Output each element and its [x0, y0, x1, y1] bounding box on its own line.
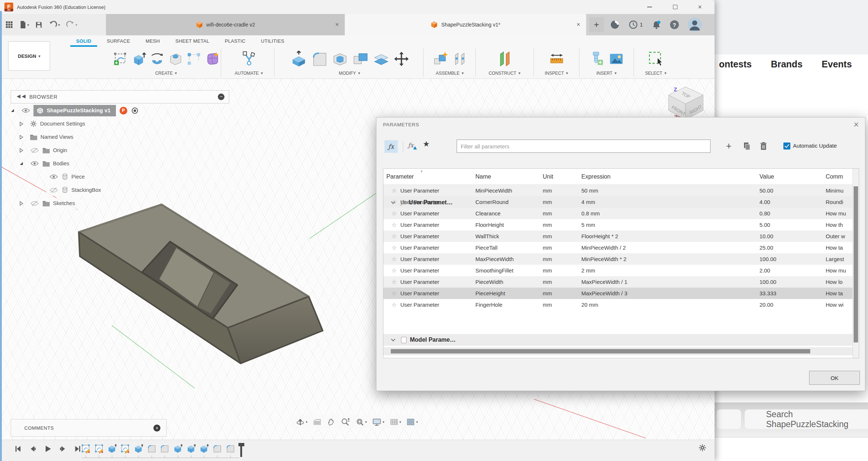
ribbon-tab-plastic[interactable]: PLASTIC: [224, 36, 246, 46]
stacking-box-body[interactable]: [55, 184, 334, 390]
extensions-icon[interactable]: [610, 20, 620, 29]
press-pull-icon[interactable]: [290, 50, 308, 68]
favorite-star-icon[interactable]: ☆: [392, 265, 397, 276]
document-tab[interactable]: ShapePuzzleStacking v1*×: [345, 14, 586, 35]
cell-expression[interactable]: MinPieceWidth / 2: [581, 242, 758, 253]
visibility-eye-off-icon[interactable]: [30, 201, 39, 206]
skip-to-start-icon[interactable]: [14, 445, 22, 453]
bg-nav-item[interactable]: Events: [822, 59, 852, 70]
cell-comment[interactable]: How ta: [826, 288, 853, 299]
browser-item-document-settings[interactable]: Document Settings: [19, 118, 91, 130]
browser-item-stackingbox[interactable]: StackingBox: [38, 184, 106, 196]
browser-collapse-icon[interactable]: ◄◄: [15, 93, 26, 100]
favorite-star-icon[interactable]: ☆: [392, 242, 397, 253]
new-component-icon[interactable]: [432, 50, 449, 67]
skip-to-end-icon[interactable]: [74, 445, 82, 453]
favorite-star-icon[interactable]: ☆: [392, 185, 397, 196]
canvas-icon[interactable]: [608, 50, 625, 67]
favorite-star-icon[interactable]: ☆: [392, 299, 397, 310]
pan-hand-icon[interactable]: [327, 418, 336, 426]
parameter-row-CornerRound[interactable]: ☆ User Parameter CornerRound mm 4 mm 4.0…: [383, 196, 853, 208]
add-parameter-icon[interactable]: +: [726, 140, 731, 152]
timeline-feature-extrude-icon[interactable]: [199, 444, 209, 453]
cell-comment[interactable]: How mu: [826, 208, 853, 219]
display-settings-icon[interactable]: ▾: [372, 418, 385, 426]
group-dropdown-label[interactable]: SELECT▼: [645, 71, 667, 76]
root-component-chip[interactable]: ShapePuzzleStacking v1: [33, 105, 116, 116]
parameter-row-MinPieceWidth[interactable]: ☆ User Parameter MinPieceWidth mm 50 mm …: [383, 185, 853, 196]
parameter-row-Clearance[interactable]: ☆ User Parameter Clearance mm 0.8 mm 0.8…: [383, 208, 853, 219]
joint-icon[interactable]: [452, 50, 468, 67]
browser-item-named-views[interactable]: Named Views: [19, 131, 78, 143]
job-status-icon[interactable]: 1: [628, 20, 643, 29]
user-parameter-add-icon[interactable]: ƒx: [408, 142, 414, 149]
parameter-row-MaxPieceWidth[interactable]: ☆ User Parameter MaxPieceWidth mm MinPie…: [383, 253, 853, 265]
move-icon[interactable]: [393, 50, 410, 67]
activate-component-radio[interactable]: [132, 108, 138, 114]
cell-comment[interactable]: How wi: [826, 299, 853, 310]
parameters-table-header[interactable]: ∨ Parameter Name Unit Expression Value C…: [383, 169, 853, 185]
zoom-icon[interactable]: [341, 418, 350, 426]
cell-comment[interactable]: Roundi: [826, 196, 853, 208]
fit-icon[interactable]: ▾: [355, 418, 367, 426]
cell-expression[interactable]: 0.8 mm: [581, 208, 758, 219]
sketch-icon[interactable]: [113, 51, 128, 67]
group-dropdown-label[interactable]: MODIFY▼: [339, 71, 361, 76]
visibility-eye-on-icon[interactable]: [30, 161, 39, 166]
automate-icon[interactable]: [241, 50, 258, 67]
collapsed-arrow-icon[interactable]: [19, 135, 24, 140]
browser-minimize-icon[interactable]: −: [218, 94, 224, 100]
horizontal-scrollbar[interactable]: [383, 347, 853, 355]
look-at-icon[interactable]: [313, 418, 322, 426]
copy-parameter-icon[interactable]: [743, 142, 751, 151]
visibility-eye-off-icon[interactable]: [30, 148, 39, 153]
browser-item-origin[interactable]: Origin: [19, 144, 72, 156]
parameter-row-FloorHeight[interactable]: ☆ User Parameter FloorHeight mm 5 mm 5.0…: [383, 219, 853, 230]
cell-expression[interactable]: MinPieceWidth * 2: [581, 253, 758, 265]
browser-item-bodies[interactable]: Bodies: [19, 158, 74, 169]
select-icon[interactable]: [647, 50, 665, 68]
expand-arrow-icon[interactable]: [10, 108, 15, 113]
combine-icon[interactable]: [352, 50, 369, 68]
ok-button[interactable]: OK: [809, 371, 860, 385]
timeline-feature-fillet-icon[interactable]: [212, 444, 222, 453]
notifications-bell-icon[interactable]: [652, 20, 661, 29]
bg-nav-item[interactable]: ontests: [719, 59, 752, 70]
ribbon-tab-mesh[interactable]: MESH: [145, 36, 161, 46]
add-comment-icon[interactable]: +: [153, 425, 160, 432]
cell-expression[interactable]: 5 mm: [581, 219, 758, 230]
cell-comment[interactable]: Minimu: [826, 185, 853, 196]
app-grid-icon[interactable]: [5, 21, 13, 29]
browser-item-sketches[interactable]: Sketches: [19, 197, 80, 209]
tab-close-icon[interactable]: ×: [577, 21, 580, 28]
collapsed-arrow-icon[interactable]: [19, 122, 24, 126]
vertical-scrollbar[interactable]: [853, 169, 859, 358]
collapse-chevron-icon[interactable]: [391, 338, 396, 342]
timeline-feature-fillet-icon[interactable]: [160, 444, 169, 453]
model-parameters-group-row[interactable]: Model Parame…: [383, 334, 853, 346]
close-button[interactable]: ×: [692, 3, 707, 11]
favorite-star-icon[interactable]: ☆: [392, 253, 397, 265]
orbit-icon[interactable]: ▾: [296, 418, 308, 426]
visibility-eye-icon[interactable]: [21, 108, 31, 113]
timeline-feature-extrude-icon[interactable]: [173, 444, 183, 453]
plane-icon[interactable]: [496, 50, 514, 68]
ribbon-tab-surface[interactable]: SURFACE: [106, 36, 131, 46]
cell-comment[interactable]: How lo: [826, 276, 853, 288]
cell-comment[interactable]: Largest: [826, 253, 853, 265]
group-dropdown-label[interactable]: AUTOMATE▼: [235, 71, 263, 76]
grid-settings-icon[interactable]: ▾: [390, 418, 401, 426]
timeline-feature-extrude-icon[interactable]: [134, 444, 143, 453]
group-dropdown-label[interactable]: INSERT▼: [596, 71, 617, 76]
expanded-arrow-icon[interactable]: [19, 161, 24, 166]
parameters-close-icon[interactable]: ✕: [853, 120, 859, 129]
collapsed-arrow-icon[interactable]: [19, 148, 24, 153]
help-icon[interactable]: ?: [670, 20, 679, 29]
visibility-eye-off-icon[interactable]: [49, 187, 59, 193]
fastener-icon[interactable]: [589, 50, 605, 67]
avatar[interactable]: [688, 18, 702, 32]
maximize-button[interactable]: [668, 3, 683, 11]
fillet-icon[interactable]: [311, 50, 328, 68]
measure-icon[interactable]: [547, 51, 566, 67]
browser-panel-header[interactable]: ◄◄ BROWSER −: [11, 90, 229, 103]
